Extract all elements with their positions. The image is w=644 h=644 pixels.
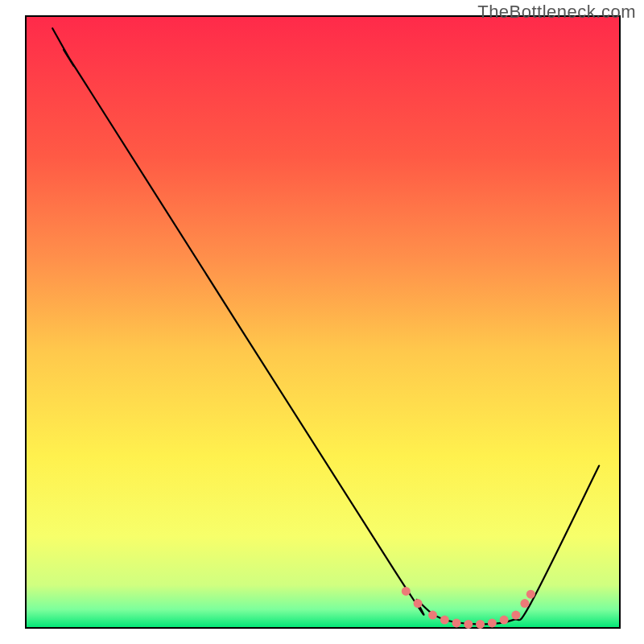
optimal-marker-dot: [452, 618, 461, 627]
optimal-marker-dot: [464, 620, 473, 629]
optimal-marker-dot: [500, 616, 509, 625]
optimal-marker-dot: [440, 616, 449, 625]
chart-canvas: [0, 0, 644, 644]
bottleneck-chart: TheBottleneck.com: [0, 0, 644, 644]
optimal-marker-dot: [428, 611, 437, 620]
optimal-marker-dot: [414, 599, 423, 608]
optimal-marker-dot: [511, 611, 520, 620]
optimal-marker-dot: [526, 590, 535, 599]
optimal-marker-dot: [402, 587, 411, 596]
optimal-marker-dot: [520, 599, 529, 608]
plot-background: [26, 16, 620, 628]
optimal-marker-dot: [476, 620, 485, 629]
optimal-marker-dot: [488, 618, 497, 627]
